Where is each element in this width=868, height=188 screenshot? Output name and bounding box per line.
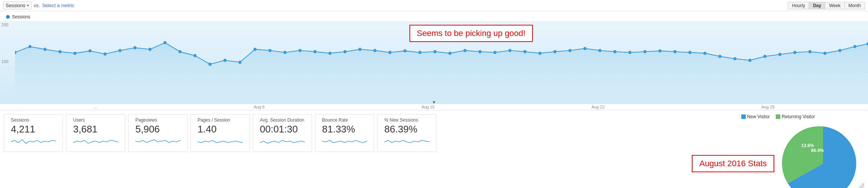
- svg-point-1: [28, 45, 31, 48]
- y-label-100: 100: [1, 59, 13, 64]
- svg-point-54: [823, 52, 826, 55]
- svg-point-7: [118, 49, 121, 52]
- sparkline-users: [73, 137, 118, 147]
- stat-value-new-sessions: 86.39%: [384, 123, 429, 135]
- sparkline-pageviews: [135, 137, 180, 147]
- x-label-start: ...: [93, 105, 97, 109]
- svg-point-14: [223, 59, 226, 62]
- svg-point-49: [748, 59, 751, 62]
- day-button[interactable]: Day: [809, 2, 825, 9]
- stat-card-new-sessions: % New Sessions 86.39%: [377, 114, 436, 152]
- svg-point-24: [373, 49, 376, 52]
- svg-point-23: [358, 48, 361, 51]
- svg-point-52: [793, 51, 796, 54]
- svg-point-32: [493, 51, 496, 54]
- svg-point-15: [238, 61, 241, 64]
- svg-point-9: [148, 48, 151, 51]
- stat-card-pageviews: Pageviews 5,906: [128, 114, 187, 152]
- x-label-aug29: Aug 29: [762, 105, 775, 109]
- stat-value-avg-session: 00:01:30: [260, 123, 305, 135]
- top-left-controls: Sessions ▾ vs. Select a metric: [3, 2, 74, 9]
- svg-point-37: [568, 49, 571, 52]
- svg-point-25: [388, 51, 391, 54]
- stat-value-pageviews: 5,906: [135, 123, 180, 135]
- legend-returning-visitor: Returning Visitor: [776, 114, 815, 119]
- week-button[interactable]: Week: [825, 2, 844, 9]
- stat-value-users: 3,681: [73, 123, 118, 135]
- x-label-aug8: Aug 8: [254, 105, 265, 109]
- stat-card-sessions: Sessions 4,211: [4, 114, 63, 152]
- chart-legend-label: Sessions: [12, 14, 30, 20]
- legend-label-returning-visitor: Returning Visitor: [782, 114, 815, 119]
- sessions-dot-icon: [6, 15, 10, 19]
- svg-point-28: [433, 50, 436, 53]
- svg-point-3: [58, 50, 61, 53]
- select-metric-link[interactable]: Select a metric: [42, 3, 74, 8]
- stats-right-wrapper: New Visitor Returning Visitor August 201…: [692, 114, 868, 188]
- svg-point-2: [43, 48, 46, 51]
- svg-point-33: [508, 49, 511, 52]
- chart-legend: Sessions: [0, 14, 868, 21]
- svg-point-27: [418, 51, 421, 54]
- sparkline-pages-per-session: [198, 137, 243, 147]
- svg-point-18: [283, 51, 286, 54]
- hourly-button[interactable]: Hourly: [788, 2, 809, 9]
- sessions-dropdown[interactable]: Sessions ▾: [3, 2, 31, 9]
- svg-point-29: [448, 52, 451, 55]
- legend-color-new-visitor: [741, 114, 746, 119]
- svg-point-22: [343, 50, 346, 53]
- svg-point-42: [643, 50, 646, 53]
- time-period-buttons: Hourly Day Week Month: [788, 2, 865, 9]
- chart-container: Seems to be picking up good! 200 100: [0, 21, 868, 104]
- stat-card-pages-per-session: Pages / Session 1.40: [190, 114, 250, 152]
- stat-label-sessions: Sessions: [11, 117, 56, 123]
- pie-legend: New Visitor Returning Visitor: [741, 114, 815, 119]
- month-button[interactable]: Month: [845, 2, 865, 9]
- svg-point-26: [403, 49, 406, 52]
- svg-point-35: [538, 52, 541, 55]
- legend-color-returning-visitor: [776, 114, 780, 119]
- svg-point-36: [553, 50, 556, 53]
- svg-point-11: [178, 50, 181, 53]
- stat-value-bounce-rate: 81.33%: [322, 123, 367, 135]
- svg-point-48: [733, 57, 736, 60]
- stat-label-users: Users: [73, 117, 118, 123]
- stat-card-bounce-rate: Bounce Rate 81.33%: [315, 114, 374, 152]
- svg-point-21: [328, 52, 331, 55]
- svg-point-43: [658, 49, 661, 52]
- svg-point-46: [703, 52, 706, 55]
- svg-point-39: [598, 49, 601, 52]
- svg-point-34: [523, 50, 526, 53]
- svg-point-53: [808, 50, 811, 53]
- svg-point-10: [163, 41, 166, 44]
- stats-annotation: August 2016 Stats: [692, 155, 774, 172]
- svg-point-17: [268, 49, 271, 52]
- svg-point-13: [208, 63, 211, 66]
- stat-card-users: Users 3,681: [66, 114, 125, 152]
- corner-fold-icon: [842, 182, 864, 188]
- svg-point-8: [133, 46, 136, 49]
- svg-point-55: [838, 49, 841, 52]
- legend-label-new-visitor: New Visitor: [747, 114, 770, 119]
- svg-point-41: [628, 51, 631, 54]
- svg-point-31: [478, 50, 481, 53]
- vs-label: vs.: [34, 3, 40, 8]
- svg-point-44: [673, 50, 676, 53]
- sparkline-avg-session: [260, 137, 305, 147]
- y-axis: 200 100: [0, 21, 15, 104]
- stat-value-sessions: 4,211: [11, 123, 56, 135]
- chart-svg: [15, 21, 868, 104]
- svg-point-47: [718, 55, 721, 58]
- chart-range-dropdown[interactable]: ▾: [430, 100, 438, 104]
- svg-point-4: [73, 52, 76, 55]
- x-label-aug22: Aug 22: [591, 105, 604, 109]
- chart-dropdown-arrow-icon: ▾: [433, 99, 435, 104]
- stat-cards: Sessions 4,211 Users 3,681 Pageviews 5,9…: [4, 114, 692, 152]
- pie-returning-visitor-pct: 13.6%: [801, 143, 839, 184]
- top-bar: Sessions ▾ vs. Select a metric Hourly Da…: [0, 0, 868, 11]
- svg-point-19: [298, 49, 301, 52]
- svg-point-38: [583, 47, 586, 50]
- chart-area: Sessions Seems to be picking up good! 20…: [0, 11, 868, 110]
- sparkline-new-sessions: [384, 137, 429, 147]
- x-axis: ... Aug 8 Aug 15 Aug 22 Aug 29: [0, 104, 868, 110]
